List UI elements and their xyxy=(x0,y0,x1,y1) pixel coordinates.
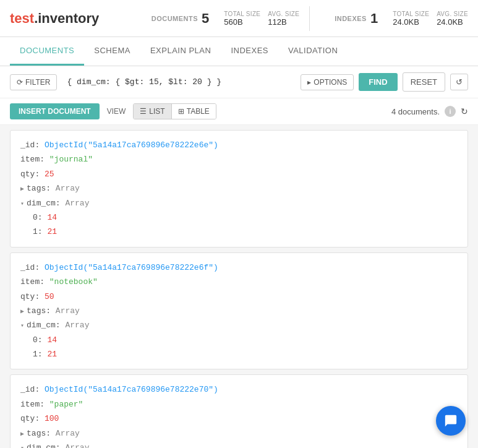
doc3-tags-row: ▶tags: Array xyxy=(20,426,458,441)
tab-explain-plan[interactable]: EXPLAIN PLAN xyxy=(140,37,221,66)
view-toggle: ☰ LIST ⊞ TABLE xyxy=(133,103,216,119)
documents-size-sub: TOTAL SIZE 560B xyxy=(224,11,260,27)
logo-test: test xyxy=(10,11,34,26)
tags3-expand-arrow[interactable]: ▶ xyxy=(20,431,24,437)
doc2-dimcm-row: ▾dim_cm: Array xyxy=(20,318,458,332)
doc2-dim1-row: 1: 21 xyxy=(33,347,458,361)
indexes-avg-sub: AVG. SIZE 24.0KB xyxy=(437,11,468,27)
table-icon: ⊞ xyxy=(178,107,184,116)
options-button[interactable]: ▸ OPTIONS xyxy=(301,74,354,90)
total-size-value-2: 24.0KB xyxy=(393,17,429,27)
chat-bubble[interactable] xyxy=(436,406,466,436)
tab-schema[interactable]: SCHEMA xyxy=(84,37,140,66)
doc1-item-row: item: "journal" xyxy=(20,152,458,166)
stats-divider xyxy=(309,6,310,31)
doc1-qty-row: qty: 25 xyxy=(20,167,458,181)
indexes-count: 1 xyxy=(370,11,378,27)
doc2-qty-row: qty: 50 xyxy=(20,290,458,304)
document-card: _id: ObjectId("5a14a17ca769896e78222e70"… xyxy=(10,374,468,448)
tags-expand-arrow[interactable]: ▶ xyxy=(20,186,24,192)
avg-size-label-2: AVG. SIZE xyxy=(437,11,468,17)
action-bar: INSERT DOCUMENT VIEW ☰ LIST ⊞ TABLE 4 do… xyxy=(0,98,478,125)
tab-indexes[interactable]: INDEXES xyxy=(221,37,278,66)
doc3-qty-row: qty: 100 xyxy=(20,411,458,426)
doc2-item-row: item: "notebook" xyxy=(20,275,458,289)
filter-label: FILTER xyxy=(25,78,50,87)
doc3-id-row: _id: ObjectId("5a14a17ca769896e78222e70"… xyxy=(20,382,458,397)
doc1-id-row: _id: ObjectId("5a14a17ca769896e78222e6e"… xyxy=(20,138,458,152)
tab-validation[interactable]: VALIDATION xyxy=(278,37,348,66)
list-icon: ☰ xyxy=(140,107,147,116)
avg-size-value-2: 24.0KB xyxy=(437,17,468,27)
documents-label: DOCUMENTS xyxy=(152,15,198,22)
doc1-dim0-row: 0: 14 xyxy=(33,210,458,225)
dimcm-expand-arrow[interactable]: ▾ xyxy=(20,200,24,207)
tabs-bar: DOCUMENTS SCHEMA EXPLAIN PLAN INDEXES VA… xyxy=(0,37,478,66)
view-label: VIEW xyxy=(107,107,126,116)
indexes-stats: INDEXES 1 TOTAL SIZE 24.0KB AVG. SIZE 24… xyxy=(335,11,468,27)
history-button[interactable]: ↺ xyxy=(450,74,468,90)
info-button[interactable]: i xyxy=(445,106,456,117)
find-button[interactable]: FIND xyxy=(359,73,397,91)
app-logo: test.inventory xyxy=(10,11,99,27)
total-size-value-1: 560B xyxy=(224,17,260,27)
dimcm2-expand-arrow[interactable]: ▾ xyxy=(20,322,24,329)
header: test.inventory DOCUMENTS 5 TOTAL SIZE 56… xyxy=(0,0,478,37)
reset-button[interactable]: RESET xyxy=(403,72,445,92)
doc3-dimcm-row: ▾dim_cm: Array xyxy=(20,441,458,448)
documents-stats: DOCUMENTS 5 TOTAL SIZE 560B AVG. SIZE 11… xyxy=(152,11,299,27)
filter-input[interactable] xyxy=(62,75,296,89)
list-view-button[interactable]: ☰ LIST xyxy=(134,104,171,119)
action-right: 4 documents. i ↻ xyxy=(391,106,468,117)
tab-documents[interactable]: DOCUMENTS xyxy=(10,37,84,66)
indexes-label: INDEXES xyxy=(335,15,367,22)
logo-inventory: inventory xyxy=(38,11,99,26)
filter-icon: ⟳ xyxy=(17,78,23,87)
doc2-id-row: _id: ObjectId("5a14a17ca769896e78222e6f"… xyxy=(20,261,458,275)
refresh-button[interactable]: ↻ xyxy=(461,106,468,116)
action-left: INSERT DOCUMENT VIEW ☰ LIST ⊞ TABLE xyxy=(10,103,216,119)
avg-size-label-1: AVG. SIZE xyxy=(268,11,299,17)
doc1-tags-row: ▶tags: Array xyxy=(20,181,458,196)
filter-toolbar: ⟳ FILTER ▸ OPTIONS FIND RESET ↺ xyxy=(0,66,478,98)
dimcm3-expand-arrow[interactable]: ▾ xyxy=(20,445,24,448)
document-card: _id: ObjectId("5a14a17ca769896e78222e6f"… xyxy=(10,252,468,370)
documents-area: _id: ObjectId("5a14a17ca769896e78222e6e"… xyxy=(0,125,478,448)
doc2-dim0-row: 0: 14 xyxy=(33,333,458,347)
table-label: TABLE xyxy=(187,107,210,116)
doc2-tags-row: ▶tags: Array xyxy=(20,304,458,318)
doc3-item-row: item: "paper" xyxy=(20,397,458,411)
indexes-size-sub: TOTAL SIZE 24.0KB xyxy=(393,11,429,27)
tags2-expand-arrow[interactable]: ▶ xyxy=(20,308,24,315)
total-size-label-1: TOTAL SIZE xyxy=(224,11,260,17)
doc1-dim1-row: 1: 21 xyxy=(33,225,458,239)
options-label: OPTIONS xyxy=(314,78,347,87)
avg-size-value-1: 112B xyxy=(268,17,299,27)
total-size-label-2: TOTAL SIZE xyxy=(393,11,429,17)
list-label: LIST xyxy=(149,107,164,116)
insert-document-button[interactable]: INSERT DOCUMENT xyxy=(10,103,100,119)
doc1-dimcm-row: ▾dim_cm: Array xyxy=(20,196,458,210)
chat-icon xyxy=(444,414,458,428)
options-arrow-icon: ▸ xyxy=(307,78,311,87)
filter-button[interactable]: ⟳ FILTER xyxy=(10,74,57,90)
doc-count: 4 documents. xyxy=(391,107,440,116)
table-view-button[interactable]: ⊞ TABLE xyxy=(172,104,216,119)
documents-avg-sub: AVG. SIZE 112B xyxy=(268,11,299,27)
documents-count: 5 xyxy=(202,11,209,27)
document-card: _id: ObjectId("5a14a17ca769896e78222e6e"… xyxy=(10,130,468,248)
